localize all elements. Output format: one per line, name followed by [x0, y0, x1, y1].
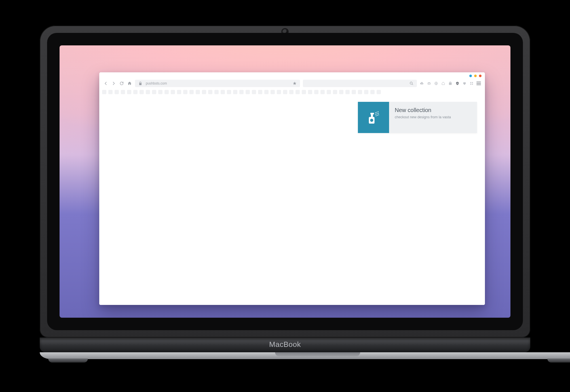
- extension-icons: [420, 81, 481, 86]
- svg-point-17: [376, 115, 377, 116]
- bookmark-slot[interactable]: [283, 90, 287, 94]
- bookmark-slot[interactable]: [102, 90, 106, 94]
- bookmark-slot[interactable]: [127, 90, 131, 94]
- svg-point-12: [376, 112, 377, 113]
- bookmark-slot[interactable]: [183, 90, 187, 94]
- bookmark-slot[interactable]: [327, 90, 331, 94]
- stage: pushbots.com: [0, 0, 570, 392]
- trackpad-notch: [275, 352, 360, 356]
- search-bar[interactable]: [303, 80, 417, 87]
- bookmark-slot[interactable]: [295, 90, 300, 94]
- window-dot-minimize[interactable]: [469, 75, 472, 77]
- bookmark-slot[interactable]: [152, 90, 156, 94]
- svg-rect-9: [370, 113, 374, 114]
- browser-window: pushbots.com: [99, 72, 485, 305]
- grid-icon[interactable]: [469, 81, 474, 86]
- bookmark-slot[interactable]: [121, 90, 125, 94]
- bookmark-slot[interactable]: [339, 90, 343, 94]
- bookmark-slot[interactable]: [196, 90, 200, 94]
- laptop-frame: pushbots.com: [40, 26, 530, 363]
- bookmark-slot[interactable]: [164, 90, 169, 94]
- laptop-chin: MacBook: [40, 338, 530, 352]
- bookmark-slot[interactable]: [320, 90, 325, 94]
- address-bar[interactable]: pushbots.com: [135, 80, 300, 87]
- search-icon: [409, 81, 414, 86]
- forward-button[interactable]: [111, 81, 116, 86]
- push-notification[interactable]: New collection checkout new designs from…: [358, 102, 477, 133]
- desktop-wallpaper: pushbots.com: [60, 45, 510, 318]
- svg-point-18: [377, 115, 378, 116]
- svg-point-10: [370, 119, 373, 122]
- bookmark-slot[interactable]: [345, 90, 350, 94]
- svg-rect-4: [472, 82, 473, 83]
- bookmark-slot[interactable]: [370, 90, 375, 94]
- window-dot-close[interactable]: [479, 75, 482, 77]
- svg-point-15: [377, 113, 377, 114]
- bag-icon[interactable]: [448, 81, 453, 86]
- bookmark-slot[interactable]: [227, 90, 231, 94]
- window-titlebar: [99, 72, 485, 79]
- svg-point-13: [378, 111, 379, 112]
- bookmark-slot[interactable]: [233, 90, 237, 94]
- bookmark-slot[interactable]: [252, 90, 256, 94]
- bookmark-slot[interactable]: [271, 90, 275, 94]
- bookmark-slot[interactable]: [133, 90, 138, 94]
- bookmark-slot[interactable]: [358, 90, 362, 94]
- bookmark-slot[interactable]: [158, 90, 162, 94]
- laptop-base: [40, 352, 570, 359]
- bookmark-slot[interactable]: [140, 90, 144, 94]
- back-button[interactable]: [103, 81, 108, 86]
- bookmark-slot[interactable]: [239, 90, 244, 94]
- bookmark-slot[interactable]: [108, 90, 113, 94]
- bookmark-slot[interactable]: [277, 90, 281, 94]
- cloud-upload-icon[interactable]: [420, 81, 424, 86]
- bookmark-slot[interactable]: [189, 90, 194, 94]
- notification-title: New collection: [395, 107, 472, 113]
- laptop-feet: [40, 359, 570, 363]
- camera-icon[interactable]: [427, 81, 431, 86]
- page-viewport: New collection checkout new designs from…: [99, 96, 485, 305]
- heart-icon[interactable]: [462, 81, 467, 86]
- bookmark-star-icon[interactable]: [292, 81, 297, 86]
- bookmark-slot[interactable]: [171, 90, 175, 94]
- svg-rect-8: [371, 114, 373, 117]
- hamburger-menu-icon[interactable]: [476, 82, 481, 85]
- home-button[interactable]: [127, 81, 132, 86]
- svg-line-1: [412, 84, 413, 85]
- bookmark-slot[interactable]: [146, 90, 150, 94]
- bookmark-slot[interactable]: [208, 90, 212, 94]
- svg-point-19: [378, 114, 379, 115]
- browser-toolbar: pushbots.com: [99, 79, 485, 89]
- svg-point-16: [378, 113, 379, 114]
- home-outline-icon[interactable]: [441, 81, 446, 86]
- bookmark-slot[interactable]: [333, 90, 337, 94]
- bookmark-slot[interactable]: [202, 90, 206, 94]
- notification-message: checkout new designs from la vasta: [395, 115, 472, 119]
- svg-point-0: [410, 82, 412, 84]
- bookmark-slot[interactable]: [115, 90, 119, 94]
- bookmark-slot[interactable]: [264, 90, 269, 94]
- bookmark-slot[interactable]: [177, 90, 181, 94]
- search-input[interactable]: [306, 81, 409, 85]
- bookmark-slot[interactable]: [377, 90, 381, 94]
- window-dot-maximize[interactable]: [474, 75, 477, 77]
- svg-rect-6: [472, 84, 473, 85]
- svg-point-14: [375, 114, 376, 115]
- bookmark-slot[interactable]: [214, 90, 219, 94]
- bookmark-bar: [99, 89, 485, 96]
- shield-check-icon[interactable]: [455, 81, 460, 86]
- screen-bezel: pushbots.com: [47, 33, 523, 330]
- bookmark-slot[interactable]: [308, 90, 312, 94]
- bookmark-slot[interactable]: [314, 90, 318, 94]
- bookmark-slot[interactable]: [258, 90, 262, 94]
- bookmark-slot[interactable]: [364, 90, 368, 94]
- globe-icon[interactable]: [434, 81, 438, 86]
- bookmark-slot[interactable]: [246, 90, 250, 94]
- bookmark-slot[interactable]: [302, 90, 306, 94]
- svg-rect-3: [470, 82, 471, 83]
- laptop-lid: pushbots.com: [40, 26, 530, 338]
- bookmark-slot[interactable]: [352, 90, 356, 94]
- reload-button[interactable]: [119, 81, 124, 86]
- bookmark-slot[interactable]: [221, 90, 225, 94]
- bookmark-slot[interactable]: [289, 90, 294, 94]
